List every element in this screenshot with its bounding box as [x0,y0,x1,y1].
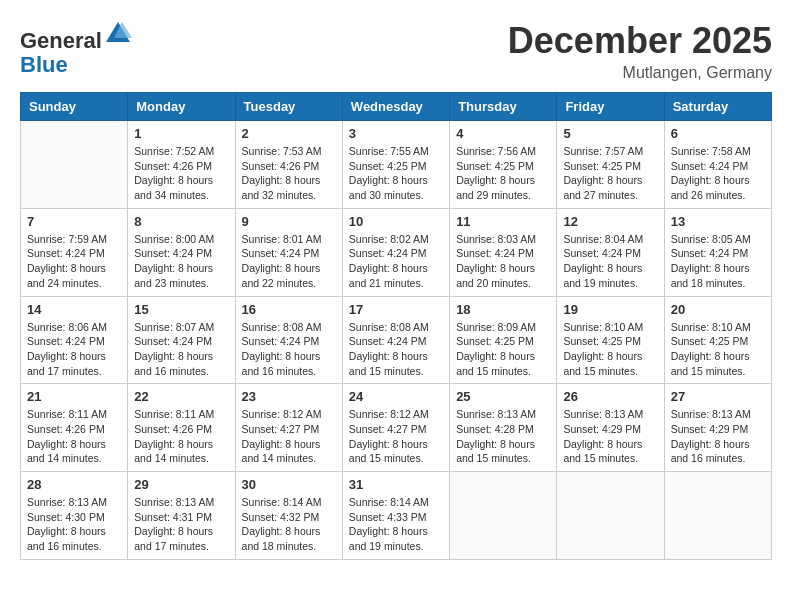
day-info: Sunrise: 7:55 AMSunset: 4:25 PMDaylight:… [349,144,443,203]
day-info: Sunrise: 8:13 AMSunset: 4:28 PMDaylight:… [456,407,550,466]
day-info: Sunrise: 7:57 AMSunset: 4:25 PMDaylight:… [563,144,657,203]
column-header-wednesday: Wednesday [342,93,449,121]
day-number: 31 [349,477,443,492]
column-header-thursday: Thursday [450,93,557,121]
day-number: 21 [27,389,121,404]
day-info: Sunrise: 8:10 AMSunset: 4:25 PMDaylight:… [671,320,765,379]
calendar-cell [557,472,664,560]
calendar-cell: 30Sunrise: 8:14 AMSunset: 4:32 PMDayligh… [235,472,342,560]
calendar-cell: 8Sunrise: 8:00 AMSunset: 4:24 PMDaylight… [128,208,235,296]
logo-general: General [20,28,102,53]
column-header-friday: Friday [557,93,664,121]
calendar-cell: 27Sunrise: 8:13 AMSunset: 4:29 PMDayligh… [664,384,771,472]
calendar-cell: 15Sunrise: 8:07 AMSunset: 4:24 PMDayligh… [128,296,235,384]
day-number: 27 [671,389,765,404]
day-number: 28 [27,477,121,492]
day-number: 29 [134,477,228,492]
calendar-cell [450,472,557,560]
calendar-week-row: 1Sunrise: 7:52 AMSunset: 4:26 PMDaylight… [21,121,772,209]
day-info: Sunrise: 8:07 AMSunset: 4:24 PMDaylight:… [134,320,228,379]
calendar-cell [664,472,771,560]
day-info: Sunrise: 8:13 AMSunset: 4:29 PMDaylight:… [563,407,657,466]
page-header: General Blue December 2025 Mutlangen, Ge… [20,20,772,82]
day-number: 2 [242,126,336,141]
day-number: 6 [671,126,765,141]
day-info: Sunrise: 8:00 AMSunset: 4:24 PMDaylight:… [134,232,228,291]
day-number: 20 [671,302,765,317]
calendar-cell: 1Sunrise: 7:52 AMSunset: 4:26 PMDaylight… [128,121,235,209]
day-number: 25 [456,389,550,404]
day-info: Sunrise: 7:53 AMSunset: 4:26 PMDaylight:… [242,144,336,203]
day-number: 23 [242,389,336,404]
day-number: 12 [563,214,657,229]
day-info: Sunrise: 8:10 AMSunset: 4:25 PMDaylight:… [563,320,657,379]
day-info: Sunrise: 8:03 AMSunset: 4:24 PMDaylight:… [456,232,550,291]
day-info: Sunrise: 8:13 AMSunset: 4:31 PMDaylight:… [134,495,228,554]
calendar-cell: 14Sunrise: 8:06 AMSunset: 4:24 PMDayligh… [21,296,128,384]
calendar-cell: 3Sunrise: 7:55 AMSunset: 4:25 PMDaylight… [342,121,449,209]
logo: General Blue [20,20,132,77]
calendar-cell [21,121,128,209]
location-title: Mutlangen, Germany [508,64,772,82]
day-number: 10 [349,214,443,229]
day-number: 8 [134,214,228,229]
calendar-week-row: 14Sunrise: 8:06 AMSunset: 4:24 PMDayligh… [21,296,772,384]
title-block: December 2025 Mutlangen, Germany [508,20,772,82]
calendar-cell: 10Sunrise: 8:02 AMSunset: 4:24 PMDayligh… [342,208,449,296]
day-info: Sunrise: 7:52 AMSunset: 4:26 PMDaylight:… [134,144,228,203]
day-info: Sunrise: 8:05 AMSunset: 4:24 PMDaylight:… [671,232,765,291]
column-header-monday: Monday [128,93,235,121]
month-title: December 2025 [508,20,772,62]
calendar-cell: 25Sunrise: 8:13 AMSunset: 4:28 PMDayligh… [450,384,557,472]
day-number: 15 [134,302,228,317]
calendar-cell: 17Sunrise: 8:08 AMSunset: 4:24 PMDayligh… [342,296,449,384]
day-info: Sunrise: 8:11 AMSunset: 4:26 PMDaylight:… [134,407,228,466]
calendar-week-row: 7Sunrise: 7:59 AMSunset: 4:24 PMDaylight… [21,208,772,296]
day-info: Sunrise: 8:09 AMSunset: 4:25 PMDaylight:… [456,320,550,379]
day-info: Sunrise: 8:08 AMSunset: 4:24 PMDaylight:… [242,320,336,379]
day-number: 14 [27,302,121,317]
calendar-header-row: SundayMondayTuesdayWednesdayThursdayFrid… [21,93,772,121]
calendar-cell: 7Sunrise: 7:59 AMSunset: 4:24 PMDaylight… [21,208,128,296]
calendar-cell: 5Sunrise: 7:57 AMSunset: 4:25 PMDaylight… [557,121,664,209]
day-number: 5 [563,126,657,141]
calendar-cell: 26Sunrise: 8:13 AMSunset: 4:29 PMDayligh… [557,384,664,472]
calendar-cell: 28Sunrise: 8:13 AMSunset: 4:30 PMDayligh… [21,472,128,560]
calendar-week-row: 21Sunrise: 8:11 AMSunset: 4:26 PMDayligh… [21,384,772,472]
day-info: Sunrise: 8:13 AMSunset: 4:29 PMDaylight:… [671,407,765,466]
day-info: Sunrise: 8:14 AMSunset: 4:33 PMDaylight:… [349,495,443,554]
day-info: Sunrise: 8:02 AMSunset: 4:24 PMDaylight:… [349,232,443,291]
calendar-cell: 23Sunrise: 8:12 AMSunset: 4:27 PMDayligh… [235,384,342,472]
calendar-cell: 12Sunrise: 8:04 AMSunset: 4:24 PMDayligh… [557,208,664,296]
calendar-cell: 11Sunrise: 8:03 AMSunset: 4:24 PMDayligh… [450,208,557,296]
calendar-cell: 6Sunrise: 7:58 AMSunset: 4:24 PMDaylight… [664,121,771,209]
column-header-tuesday: Tuesday [235,93,342,121]
day-number: 3 [349,126,443,141]
calendar-cell: 16Sunrise: 8:08 AMSunset: 4:24 PMDayligh… [235,296,342,384]
day-info: Sunrise: 7:58 AMSunset: 4:24 PMDaylight:… [671,144,765,203]
column-header-sunday: Sunday [21,93,128,121]
day-number: 22 [134,389,228,404]
day-number: 19 [563,302,657,317]
day-number: 18 [456,302,550,317]
calendar-cell: 18Sunrise: 8:09 AMSunset: 4:25 PMDayligh… [450,296,557,384]
calendar-cell: 22Sunrise: 8:11 AMSunset: 4:26 PMDayligh… [128,384,235,472]
day-info: Sunrise: 8:06 AMSunset: 4:24 PMDaylight:… [27,320,121,379]
day-number: 17 [349,302,443,317]
calendar-cell: 19Sunrise: 8:10 AMSunset: 4:25 PMDayligh… [557,296,664,384]
day-number: 11 [456,214,550,229]
calendar-cell: 2Sunrise: 7:53 AMSunset: 4:26 PMDaylight… [235,121,342,209]
column-header-saturday: Saturday [664,93,771,121]
calendar-week-row: 28Sunrise: 8:13 AMSunset: 4:30 PMDayligh… [21,472,772,560]
day-number: 9 [242,214,336,229]
day-number: 26 [563,389,657,404]
day-info: Sunrise: 8:14 AMSunset: 4:32 PMDaylight:… [242,495,336,554]
calendar-cell: 4Sunrise: 7:56 AMSunset: 4:25 PMDaylight… [450,121,557,209]
calendar-cell: 31Sunrise: 8:14 AMSunset: 4:33 PMDayligh… [342,472,449,560]
day-info: Sunrise: 8:13 AMSunset: 4:30 PMDaylight:… [27,495,121,554]
calendar-cell: 29Sunrise: 8:13 AMSunset: 4:31 PMDayligh… [128,472,235,560]
calendar-cell: 21Sunrise: 8:11 AMSunset: 4:26 PMDayligh… [21,384,128,472]
calendar-cell: 20Sunrise: 8:10 AMSunset: 4:25 PMDayligh… [664,296,771,384]
day-info: Sunrise: 7:59 AMSunset: 4:24 PMDaylight:… [27,232,121,291]
calendar-cell: 13Sunrise: 8:05 AMSunset: 4:24 PMDayligh… [664,208,771,296]
